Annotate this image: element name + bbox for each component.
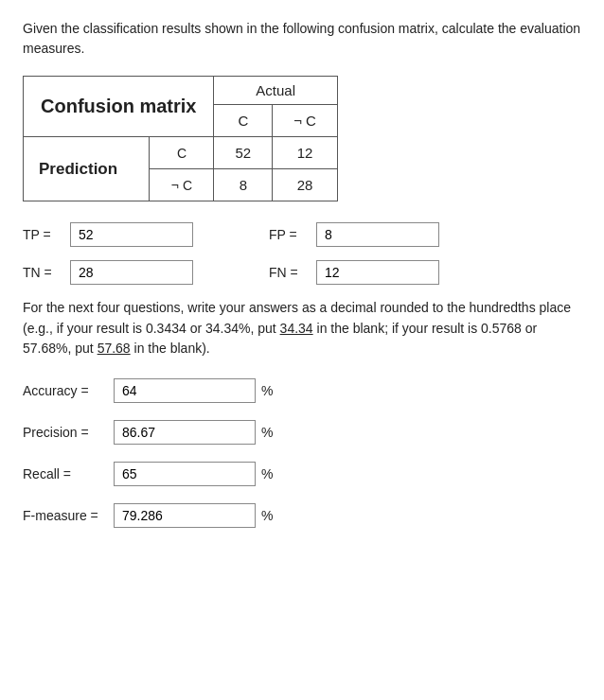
confusion-matrix-wrapper: Confusion matrix Actual C ¬ C Prediction… xyxy=(23,76,581,201)
accuracy-label: Accuracy = xyxy=(23,383,108,398)
fn-label: FN = xyxy=(269,265,307,280)
matrix-title: Confusion matrix xyxy=(24,77,214,137)
precision-label: Precision = xyxy=(23,425,108,440)
recall-input[interactable] xyxy=(114,462,256,486)
fp-input[interactable] xyxy=(316,222,439,247)
accuracy-percent: % xyxy=(261,383,273,398)
recall-label: Recall = xyxy=(23,466,108,481)
recall-row: Recall = % xyxy=(23,462,581,486)
actual-header: Actual xyxy=(214,77,337,105)
pred-c-label: C xyxy=(150,137,214,169)
pred-not-c-label: ¬ C xyxy=(150,169,214,201)
fmeasure-row: F-measure = % xyxy=(23,503,581,528)
tp-input[interactable] xyxy=(70,222,193,247)
recall-percent: % xyxy=(261,466,273,481)
tn-fn-row: TN = FN = xyxy=(23,260,581,285)
fp-value-matrix: 12 xyxy=(273,137,338,169)
instructions-underline2: 57.68 xyxy=(98,341,131,356)
tn-label: TN = xyxy=(23,265,61,280)
confusion-matrix-table: Confusion matrix Actual C ¬ C Prediction… xyxy=(23,76,338,201)
actual-not-c-header: ¬ C xyxy=(273,105,338,137)
fn-value-matrix: 8 xyxy=(214,169,273,201)
precision-row: Precision = % xyxy=(23,420,581,445)
prediction-label: Prediction xyxy=(24,137,150,201)
instructions-text: For the next four questions, write your … xyxy=(23,298,581,359)
accuracy-input[interactable] xyxy=(114,378,256,403)
tp-fp-row: TP = FP = xyxy=(23,222,581,247)
precision-percent: % xyxy=(261,425,273,440)
fmeasure-label: F-measure = xyxy=(23,508,108,523)
precision-input[interactable] xyxy=(114,420,256,445)
tn-input[interactable] xyxy=(70,260,193,285)
fn-input[interactable] xyxy=(316,260,439,285)
fmeasure-percent: % xyxy=(261,508,273,523)
fp-label: FP = xyxy=(269,227,307,242)
tp-label: TP = xyxy=(23,227,61,242)
instructions-underline1: 34.34 xyxy=(280,321,313,336)
tp-value: 52 xyxy=(214,137,273,169)
accuracy-row: Accuracy = % xyxy=(23,378,581,403)
actual-c-header: C xyxy=(214,105,273,137)
intro-text: Given the classification results shown i… xyxy=(23,19,581,59)
fmeasure-input[interactable] xyxy=(114,503,256,528)
tn-value-matrix: 28 xyxy=(273,169,338,201)
